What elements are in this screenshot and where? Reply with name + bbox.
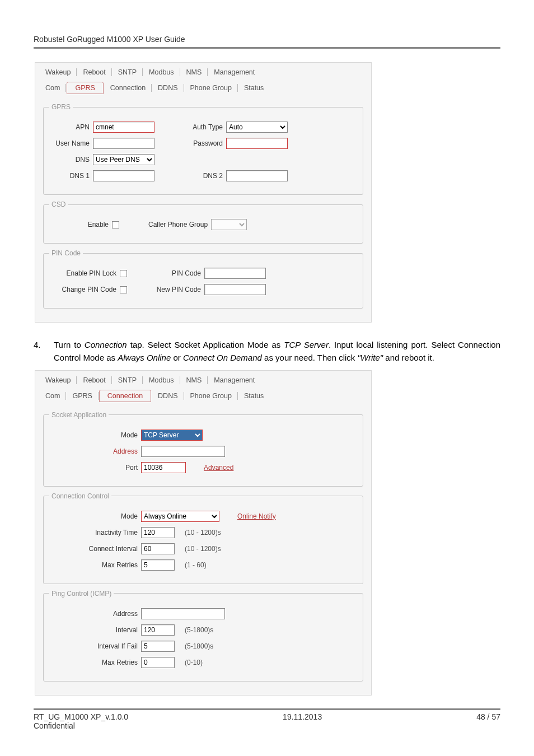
input-apn[interactable] bbox=[93, 122, 154, 133]
checkbox-change-pincode[interactable] bbox=[120, 286, 127, 293]
input-username[interactable] bbox=[93, 138, 154, 149]
hint-ping-maxretries: (0-10) bbox=[185, 659, 203, 666]
tab2-ddns[interactable]: DDNS bbox=[152, 390, 183, 402]
hint-inactivity: (10 - 1200)s bbox=[185, 529, 221, 536]
checkbox-csd-enable[interactable] bbox=[112, 221, 119, 228]
header-rule bbox=[34, 47, 500, 49]
input-ping-interval[interactable] bbox=[141, 624, 175, 636]
link-online-notify[interactable]: Online Notify bbox=[237, 512, 276, 520]
select-cc-mode[interactable]: Always Online bbox=[141, 511, 219, 522]
tab-reboot[interactable]: Reboot bbox=[77, 66, 111, 78]
input-new-pincode[interactable] bbox=[204, 284, 266, 295]
input-dns2[interactable] bbox=[226, 170, 288, 181]
hint-ping-interval: (5-1800)s bbox=[185, 626, 213, 634]
group-csd: CSD Enable Caller Phone Group bbox=[43, 200, 363, 244]
group-connection-control: Connection Control Mode Always Online On… bbox=[43, 492, 363, 584]
tab-sntp[interactable]: SNTP bbox=[113, 66, 142, 78]
tab-phonegroup[interactable]: Phone Group bbox=[185, 82, 237, 94]
input-password[interactable] bbox=[226, 138, 288, 149]
tab-gprs[interactable]: GPRS bbox=[67, 82, 103, 94]
select-sa-mode[interactable]: TCP Server bbox=[141, 430, 203, 441]
tab2-modbus[interactable]: Modbus bbox=[143, 374, 179, 386]
legend-ping-control: Ping Control (ICMP) bbox=[49, 590, 114, 598]
group-gprs: GPRS APN Auth Type Auto User Name Passwo… bbox=[43, 103, 363, 195]
label-authtype: Auth Type bbox=[184, 123, 223, 131]
screenshot-connection: Wakeup Reboot SNTP Modbus NMS Management… bbox=[35, 370, 372, 696]
footer-left: RT_UG_M1000 XP_v.1.0.0 bbox=[34, 712, 128, 721]
legend-pincode: PIN Code bbox=[49, 249, 83, 257]
screenshot-gprs: Wakeup Reboot SNTP Modbus NMS Management… bbox=[35, 62, 372, 323]
doc-title: Robustel GoRugged M1000 XP User Guide bbox=[34, 35, 500, 44]
legend-gprs: GPRS bbox=[49, 103, 73, 111]
label-dns: DNS bbox=[49, 156, 90, 164]
input-ping-maxretries[interactable] bbox=[141, 657, 175, 668]
tab2-status[interactable]: Status bbox=[238, 390, 269, 402]
tab2-reboot[interactable]: Reboot bbox=[77, 374, 111, 386]
tabs-row-bottom: Com GPRS Connection DDNS Phone Group Sta… bbox=[35, 78, 371, 94]
footer-confidential: Confidential bbox=[34, 721, 500, 730]
input-connint[interactable] bbox=[141, 543, 175, 554]
checkbox-enable-pinlock[interactable] bbox=[120, 270, 127, 277]
hint-ping-intfail: (5-1800)s bbox=[185, 642, 213, 650]
tab2-wakeup[interactable]: Wakeup bbox=[40, 374, 76, 386]
label-ping-intfail: Interval If Fail bbox=[49, 642, 138, 650]
select-authtype[interactable]: Auto bbox=[226, 122, 288, 133]
tab-wakeup[interactable]: Wakeup bbox=[40, 66, 76, 78]
input-ping-intfail[interactable] bbox=[141, 641, 175, 652]
tab-modbus[interactable]: Modbus bbox=[143, 66, 179, 78]
page-footer: RT_UG_M1000 XP_v.1.0.0 19.11.2013 48 / 5… bbox=[34, 708, 500, 730]
label-cc-maxretries: Max Retries bbox=[49, 561, 138, 569]
step-4-number: 4. bbox=[34, 338, 44, 365]
label-sa-port: Port bbox=[49, 464, 138, 472]
label-pincode: PIN Code bbox=[156, 269, 201, 277]
label-dns2: DNS 2 bbox=[184, 172, 223, 180]
group-socket-app: Socket Application Mode TCP Server Addre… bbox=[43, 411, 363, 487]
tab2-connection[interactable]: Connection bbox=[99, 390, 151, 402]
select-dns[interactable]: Use Peer DNS bbox=[93, 154, 154, 165]
tab2-nms[interactable]: NMS bbox=[181, 374, 208, 386]
tab-com[interactable]: Com bbox=[40, 82, 65, 94]
label-sa-address: Address bbox=[49, 447, 138, 455]
input-inactivity[interactable] bbox=[141, 527, 175, 538]
label-inactivity: Inactivity Time bbox=[49, 529, 138, 536]
tab2-com[interactable]: Com bbox=[40, 390, 65, 402]
legend-connection-control: Connection Control bbox=[49, 492, 111, 500]
tab2-management[interactable]: Management bbox=[208, 374, 260, 386]
tab-status[interactable]: Status bbox=[238, 82, 269, 94]
footer-mid: 19.11.2013 bbox=[283, 712, 322, 721]
label-connint: Connect Interval bbox=[49, 545, 138, 553]
label-ping-maxretries: Max Retries bbox=[49, 659, 138, 666]
link-advanced[interactable]: Advanced bbox=[204, 464, 233, 472]
label-change-pincode: Change PIN Code bbox=[49, 286, 116, 293]
label-cc-mode: Mode bbox=[49, 512, 138, 520]
tabs2-row-top: Wakeup Reboot SNTP Modbus NMS Management bbox=[35, 371, 371, 386]
legend-csd: CSD bbox=[49, 200, 68, 208]
footer-rule bbox=[34, 708, 500, 710]
hint-cc-maxretries: (1 - 60) bbox=[185, 561, 207, 569]
input-dns1[interactable] bbox=[93, 170, 154, 181]
input-cc-maxretries[interactable] bbox=[141, 559, 175, 571]
tab2-sntp[interactable]: SNTP bbox=[113, 374, 142, 386]
tab-management[interactable]: Management bbox=[208, 66, 260, 78]
tab-nms[interactable]: NMS bbox=[181, 66, 208, 78]
input-sa-port[interactable] bbox=[141, 462, 186, 473]
tab-ddns[interactable]: DDNS bbox=[152, 82, 183, 94]
label-enable-pinlock: Enable PIN Lock bbox=[49, 269, 116, 277]
label-dns1: DNS 1 bbox=[49, 172, 90, 180]
tabs2-row-bottom: Com GPRS Connection DDNS Phone Group Sta… bbox=[35, 386, 371, 402]
tab-connection[interactable]: Connection bbox=[105, 82, 151, 94]
tab2-phonegroup[interactable]: Phone Group bbox=[185, 390, 237, 402]
legend-socket-app: Socket Application bbox=[49, 411, 109, 419]
input-sa-address[interactable] bbox=[141, 446, 225, 457]
label-ping-address: Address bbox=[49, 610, 138, 618]
label-sa-mode: Mode bbox=[49, 431, 138, 439]
input-ping-address[interactable] bbox=[141, 608, 225, 619]
label-caller-group: Caller Phone Group bbox=[148, 221, 208, 228]
label-new-pincode: New PIN Code bbox=[145, 286, 201, 293]
input-pincode[interactable] bbox=[204, 268, 266, 279]
label-csd-enable: Enable bbox=[49, 221, 109, 228]
tab2-gprs[interactable]: GPRS bbox=[67, 390, 97, 402]
label-ping-interval: Interval bbox=[49, 626, 138, 634]
group-ping-control: Ping Control (ICMP) Address Interval (5-… bbox=[43, 590, 363, 682]
select-caller-group[interactable] bbox=[211, 219, 247, 230]
